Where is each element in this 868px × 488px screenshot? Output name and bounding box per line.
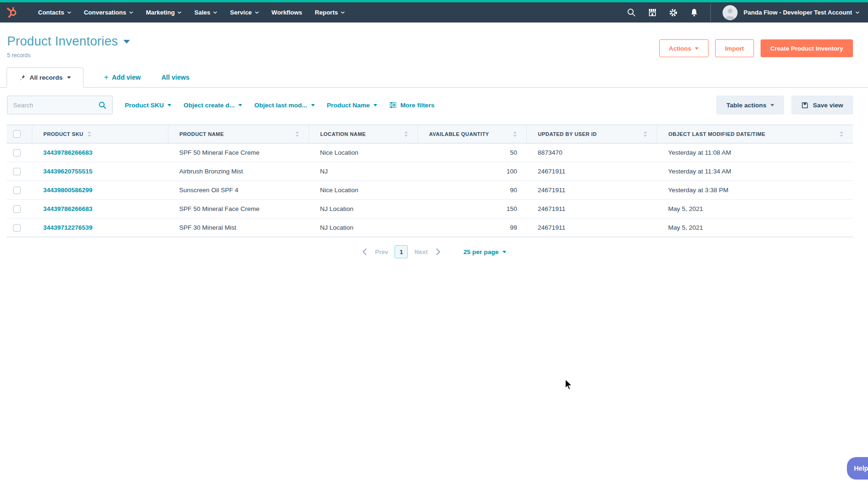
select-all-checkbox[interactable] — [13, 130, 21, 138]
all-views-link[interactable]: All views — [161, 74, 190, 81]
help-button[interactable]: Help — [847, 457, 868, 480]
location-name-cell: NJ Location — [309, 200, 418, 218]
column-header-updated-by-user-id: UPDATED BY USER ID — [538, 131, 597, 137]
nav-item-workflows[interactable]: Workflows — [272, 9, 303, 16]
main-nav: Contacts Conversations Marketing Sales S… — [0, 2, 868, 23]
per-page-label: 25 per page — [464, 248, 499, 255]
sort-icon[interactable] — [87, 131, 91, 137]
account-menu[interactable]: Panda Flow - Developer Test Account — [744, 9, 860, 16]
nav-item-label: Contacts — [38, 9, 64, 16]
nav-item-contacts[interactable]: Contacts — [38, 9, 71, 16]
caret-down-icon — [695, 47, 699, 50]
table-row: 34439786266683 SPF 50 Mineral Face Creme… — [7, 143, 853, 162]
available-quantity-cell: 99 — [418, 218, 526, 237]
filter-object-last-modified[interactable]: Object last mod... — [254, 102, 315, 109]
updated-by-cell: 8873470 — [526, 143, 657, 162]
table-actions-button[interactable]: Table actions — [716, 96, 784, 114]
chevron-down-icon — [129, 11, 133, 14]
chevron-right-icon[interactable] — [435, 248, 441, 255]
caret-down-icon — [770, 104, 774, 106]
marketplace-icon[interactable] — [647, 8, 657, 17]
product-name-cell: SPF 50 Mineral Face Creme — [168, 200, 309, 218]
sort-icon[interactable] — [839, 131, 844, 137]
account-name: Panda Flow - Developer Test Account — [744, 9, 852, 16]
nav-item-reports[interactable]: Reports — [315, 9, 345, 16]
table-row: 34439620755515 Airbrush Bronzing Mist NJ… — [7, 162, 853, 181]
import-button[interactable]: Import — [715, 39, 754, 57]
last-modified-cell: May 5, 2021 — [657, 218, 853, 237]
location-name-cell: Nice Location — [309, 143, 418, 162]
available-quantity-cell: 90 — [418, 181, 526, 200]
available-quantity-cell: 50 — [418, 143, 526, 162]
notifications-bell-icon[interactable] — [690, 8, 699, 17]
more-filters-button[interactable]: More filters — [389, 102, 434, 109]
row-checkbox[interactable] — [13, 187, 21, 194]
updated-by-cell: 24671911 — [526, 218, 657, 237]
prev-page-button[interactable]: Prev — [375, 248, 388, 255]
product-name-cell: SPF 50 Mineral Face Creme — [168, 143, 309, 162]
filter-product-name[interactable]: Product Name — [327, 102, 378, 109]
sort-icon[interactable] — [513, 131, 517, 137]
nav-item-conversations[interactable]: Conversations — [84, 9, 133, 16]
nav-item-label: Workflows — [272, 9, 303, 16]
product-sku-link[interactable]: 34439712276539 — [43, 224, 92, 231]
product-sku-link[interactable]: 34439620755515 — [43, 168, 92, 175]
location-name-cell: NJ — [309, 162, 418, 181]
avatar[interactable] — [723, 5, 738, 20]
chevron-down-icon — [341, 11, 345, 14]
current-page-button[interactable]: 1 — [395, 245, 408, 258]
add-view-link[interactable]: + Add view — [104, 73, 141, 81]
caret-down-icon — [168, 104, 171, 106]
tab-all-records[interactable]: All records — [7, 68, 84, 88]
filter-label: Product Name — [327, 102, 370, 109]
settings-gear-icon[interactable] — [669, 8, 678, 17]
views-tab-bar: All records + Add view All views — [0, 67, 868, 88]
nav-item-marketing[interactable]: Marketing — [146, 9, 182, 16]
available-quantity-cell: 100 — [418, 162, 526, 181]
search-input[interactable] — [13, 102, 99, 109]
column-header-location-name: LOCATION NAME — [320, 131, 366, 137]
caret-down-icon — [67, 76, 71, 79]
add-view-label: Add view — [112, 74, 140, 81]
product-sku-link[interactable]: 34439786266683 — [43, 149, 92, 156]
product-name-cell: Sunscreen Oil SPF 4 — [168, 181, 309, 200]
save-view-button[interactable]: Save view — [792, 96, 853, 114]
title-dropdown-caret-icon[interactable] — [123, 40, 130, 44]
nav-item-service[interactable]: Service — [230, 9, 259, 16]
nav-item-label: Marketing — [146, 9, 175, 16]
sort-icon[interactable] — [643, 131, 647, 137]
chevron-down-icon — [213, 11, 217, 14]
filter-object-create-date[interactable]: Object create d... — [183, 102, 242, 109]
actions-button[interactable]: Actions — [659, 39, 709, 57]
nav-item-sales[interactable]: Sales — [194, 9, 217, 16]
table-row: 34439712276539 SPF 30 Mineral Mist NJ Lo… — [7, 218, 853, 237]
search-icon[interactable] — [627, 8, 636, 17]
product-sku-link[interactable]: 34439800586299 — [43, 187, 92, 194]
nav-item-label: Conversations — [84, 9, 126, 16]
search-icon[interactable] — [99, 101, 107, 109]
chevron-left-icon[interactable] — [362, 248, 367, 255]
nav-item-label: Sales — [194, 9, 210, 16]
create-button-label: Create Product Inventory — [770, 45, 843, 52]
product-inventory-table: PRODUCT SKU PRODUCT NAME LOCATION NAME A… — [7, 125, 853, 237]
pagination: Prev 1 Next 25 per page — [0, 245, 868, 258]
record-count: 5 records — [7, 52, 130, 59]
row-checkbox[interactable] — [13, 149, 21, 157]
row-checkbox[interactable] — [13, 224, 21, 232]
per-page-select[interactable]: 25 per page — [464, 248, 506, 255]
sort-icon[interactable] — [404, 131, 408, 137]
available-quantity-cell: 150 — [418, 200, 526, 218]
product-name-cell: Airbrush Bronzing Mist — [168, 162, 309, 181]
nav-item-label: Service — [230, 9, 251, 16]
next-page-button[interactable]: Next — [414, 248, 427, 255]
filter-product-sku[interactable]: Product SKU — [125, 102, 171, 109]
row-checkbox[interactable] — [13, 205, 21, 213]
hubspot-logo-icon[interactable] — [6, 6, 19, 19]
product-sku-link[interactable]: 34439786266683 — [43, 205, 92, 212]
nav-item-label: Reports — [315, 9, 338, 16]
create-product-inventory-button[interactable]: Create Product Inventory — [761, 39, 853, 57]
filter-label: Object last mod... — [254, 102, 307, 109]
save-icon — [801, 102, 808, 109]
sort-icon[interactable] — [295, 131, 299, 137]
row-checkbox[interactable] — [13, 168, 21, 175]
